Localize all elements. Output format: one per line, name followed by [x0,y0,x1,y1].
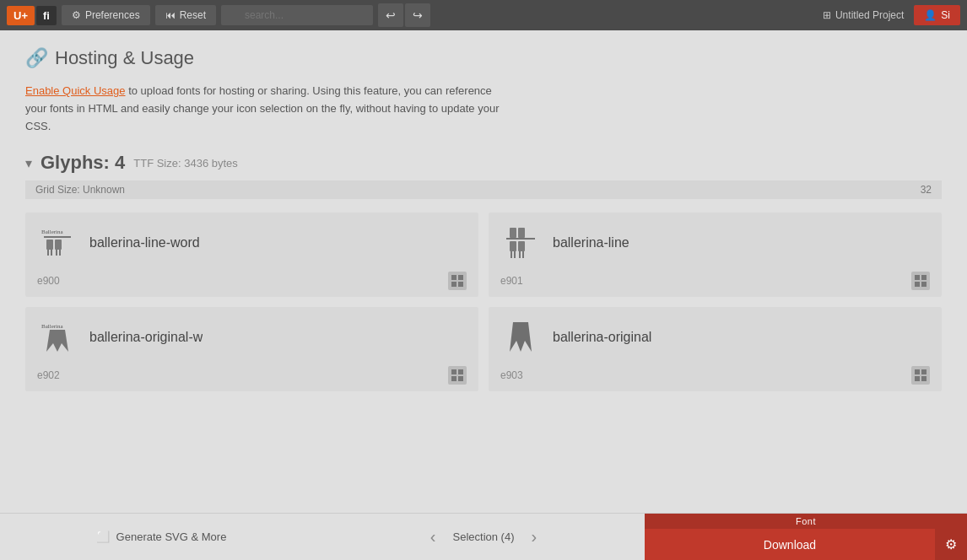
redo-button[interactable]: ↪ [405,3,430,27]
glyph-footer-2: e902 [37,366,467,385]
logo-u-button[interactable]: U+ [7,6,35,25]
download-button[interactable]: Download [645,529,935,560]
sign-in-button[interactable]: 👤 Si [914,5,960,25]
glyph-preview-1 [500,223,541,263]
reset-button[interactable]: ⏮ Reset [155,5,216,25]
glyph-code-0: e900 [37,275,60,287]
svg-rect-28 [458,369,463,374]
glyph-name-0: ballerina-line-word [89,235,200,250]
layers-icon: ⊞ [823,9,831,21]
grid-number: 32 [921,184,932,196]
glyphs-count: Glyphs: 4 [41,152,125,174]
svg-rect-12 [510,228,516,238]
logo-group: U+ fi [7,6,57,25]
svg-rect-10 [451,282,456,287]
svg-rect-32 [915,369,920,374]
svg-rect-23 [915,282,920,287]
glyph-name-3: ballerina-original [553,330,651,345]
svg-icon: ⬜ [96,530,110,543]
svg-marker-31 [510,322,532,352]
gear-icon: ⚙ [72,9,81,21]
svg-rect-13 [518,228,525,238]
grid-size-bar: Grid Size: Unknown 32 [25,180,942,199]
glyph-footer-0: e900 [37,272,467,290]
svg-rect-22 [921,275,926,280]
glyph-preview-2: Ballerina [37,317,78,358]
glyph-card-3: ballerina-original e903 [489,307,942,391]
glyph-card-1: ballerina-line e901 [489,213,942,297]
prev-arrow[interactable]: ‹ [420,527,446,547]
glyph-code-1: e901 [500,275,523,287]
download-area: Font Download ⚙ [645,514,967,560]
ttf-size: TTF Size: 3436 bytes [133,157,238,170]
project-name: ⊞ Untitled Project [823,9,904,21]
chevron-down-icon[interactable]: ▾ [25,155,32,171]
download-row: Download ⚙ [645,529,967,560]
bottom-bar: ⬜ Generate SVG & More ‹ Selection (4) › … [0,513,967,560]
svg-rect-11 [458,282,463,287]
generate-svg-button[interactable]: ⬜ Generate SVG & More [0,530,322,543]
svg-rect-3 [55,240,62,250]
reset-icon: ⏮ [165,9,176,21]
svg-marker-26 [46,330,68,352]
grid-size-label: Grid Size: Unknown [35,184,125,196]
history-controls: ↩ ↪ [378,3,430,27]
download-settings-button[interactable]: ⚙ [935,529,967,560]
glyph-preview-3 [500,317,541,358]
svg-rect-27 [451,369,456,374]
svg-rect-15 [510,241,516,251]
logo-fi-button[interactable]: fi [36,6,57,25]
glyph-code-3: e903 [500,369,523,381]
svg-text:Ballerina: Ballerina [41,323,64,330]
glyph-footer-3: e903 [500,366,930,385]
glyph-action-1[interactable] [911,272,930,290]
glyph-preview-0: Ballerina [37,223,78,263]
glyph-top-1: ballerina-line [500,223,930,263]
svg-rect-33 [921,369,926,374]
selection-label: Selection (4) [453,530,515,543]
svg-rect-2 [46,240,53,250]
svg-text:Ballerina: Ballerina [41,229,64,235]
svg-rect-29 [451,376,456,381]
svg-rect-34 [915,376,920,381]
svg-rect-9 [458,275,463,280]
next-arrow[interactable]: › [521,527,547,547]
glyph-top-3: ballerina-original [500,317,930,358]
preferences-button[interactable]: ⚙ Preferences [62,5,150,25]
search-input[interactable] [221,5,373,25]
page-title: 🔗 Hosting & Usage [25,47,942,69]
svg-rect-8 [451,275,456,280]
glyph-card-0: Ballerina ballerina-line-word e900 [25,213,478,297]
download-section: Font Download ⚙ [645,514,967,560]
topnav-right: ⊞ Untitled Project 👤 Si [823,5,960,25]
font-label: Font [645,514,967,529]
svg-rect-16 [518,241,525,251]
glyph-grid: Ballerina ballerina-line-word e900 [25,213,942,391]
quick-usage-description: Enable Quick Usage to upload fonts for h… [25,83,506,135]
glyph-name-1: ballerina-line [553,235,629,250]
svg-rect-24 [921,282,926,287]
glyph-code-2: e902 [37,369,60,381]
glyphs-header: ▾ Glyphs: 4 TTF Size: 3436 bytes [25,152,942,174]
title-icon: 🔗 [25,47,48,69]
glyph-action-2[interactable] [448,366,467,385]
search-wrapper: 🔍 [221,5,373,25]
glyph-top-2: Ballerina ballerina-original-w [37,317,467,358]
glyph-card-2: Ballerina ballerina-original-w e902 [25,307,478,391]
enable-quick-usage-link[interactable]: Enable Quick Usage [25,84,126,97]
glyph-name-2: ballerina-original-w [89,330,203,345]
glyph-footer-1: e901 [500,272,930,290]
svg-rect-21 [915,275,920,280]
undo-button[interactable]: ↩ [378,3,403,27]
glyph-action-3[interactable] [911,366,930,385]
glyph-top-0: Ballerina ballerina-line-word [37,223,467,263]
svg-rect-35 [921,376,926,381]
main-content: 🔗 Hosting & Usage Enable Quick Usage to … [0,30,967,513]
glyph-action-0[interactable] [448,272,467,290]
settings-icon: ⚙ [945,536,957,552]
selection-nav: ‹ Selection (4) › [322,527,645,547]
user-icon: 👤 [924,9,937,21]
svg-rect-30 [458,376,463,381]
top-navigation: U+ fi ⚙ Preferences ⏮ Reset 🔍 ↩ ↪ ⊞ Unti… [0,0,967,30]
